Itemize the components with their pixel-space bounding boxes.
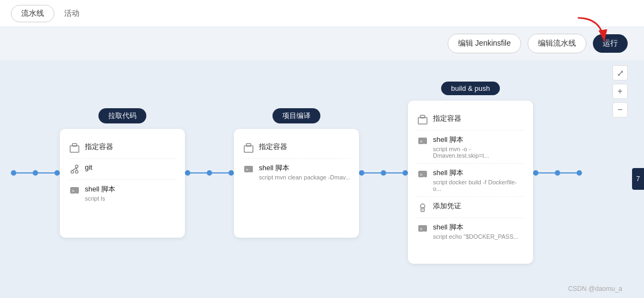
step-container-1-title: 指定容器 (85, 142, 176, 152)
dot (533, 170, 538, 176)
line (190, 172, 207, 173)
stage-1-label: 拉取代码 (98, 108, 146, 123)
dot (577, 170, 582, 176)
dot (185, 170, 190, 176)
step-shell-2[interactable]: >_ shell 脚本 script mvn clean package -Dm… (243, 159, 350, 185)
line (212, 172, 228, 173)
red-arrow-annotation (565, 12, 614, 47)
svg-text:>_: >_ (420, 139, 425, 144)
svg-line-7 (72, 167, 77, 170)
stage-3-label: build & push (441, 82, 500, 95)
step-shell-3b-title: shell 脚本 (433, 168, 524, 178)
step-shell-3c-title: shell 脚本 (433, 222, 524, 232)
connector-3-4 (533, 170, 582, 176)
expand-button[interactable]: ⤢ (612, 65, 628, 80)
stage-2: 项目编译 指定容器 (234, 108, 359, 238)
step-container-3[interactable]: 指定容器 (417, 109, 524, 131)
container-icon-3 (417, 114, 429, 126)
step-credential[interactable]: 添加凭证 (417, 197, 524, 218)
toolbar: 编辑 Jenkinsfile 编辑流水线 运行 (0, 27, 644, 60)
connector-left (11, 170, 60, 176)
credential-icon (417, 201, 429, 213)
stage-1: 拉取代码 指定容器 (60, 108, 185, 238)
step-shell-3a-sub: script mvn -o -Dmaven.test.skip=t... (433, 146, 524, 159)
step-container-2[interactable]: 指定容器 (243, 138, 350, 159)
zoom-out-button[interactable]: − (612, 102, 628, 117)
svg-text:>_: >_ (420, 227, 425, 232)
svg-rect-11 (246, 144, 251, 146)
shell-icon-3c: >_ (417, 222, 429, 234)
step-shell-3b-content: shell 脚本 script docker build -f Dockerfi… (433, 168, 524, 192)
step-shell-3c[interactable]: >_ shell 脚本 script echo "$DOCKER_PASS... (417, 218, 524, 244)
stage-2-card: 指定容器 >_ shell 脚本 script mvn clean packag… (234, 129, 359, 238)
svg-rect-10 (244, 146, 253, 152)
svg-point-3 (76, 165, 78, 167)
edit-jenkinsfile-button[interactable]: 编辑 Jenkinsfile (448, 34, 521, 53)
step-credential-title: 添加凭证 (433, 201, 524, 211)
step-shell-3b[interactable]: >_ shell 脚本 script docker build -f Docke… (417, 164, 524, 197)
dot (33, 170, 38, 176)
stage-3-card: 指定容器 >_ shell 脚本 script mvn -o -Dmaven.t… (408, 101, 533, 264)
dot (207, 170, 212, 176)
container-icon (69, 142, 81, 154)
shell-icon-3b: >_ (417, 168, 429, 180)
zoom-in-button[interactable]: + (612, 84, 628, 99)
step-container-1-content: 指定容器 (85, 142, 176, 152)
step-shell-3c-sub: script echo "$DOCKER_PASS... (433, 233, 524, 240)
step-shell-3a[interactable]: >_ shell 脚本 script mvn -o -Dmaven.test.s… (417, 131, 524, 164)
step-credential-content: 添加凭证 (433, 201, 524, 211)
step-shell-3c-content: shell 脚本 script echo "$DOCKER_PASS... (433, 222, 524, 240)
step-git-content: git (85, 163, 176, 171)
svg-text:>_: >_ (420, 172, 425, 177)
step-container-1[interactable]: 指定容器 (69, 138, 176, 159)
git-icon (69, 163, 81, 175)
nav-tab-pipeline[interactable]: 流水线 (11, 5, 54, 22)
line (364, 172, 381, 173)
view-controls: ⤢ + − (612, 65, 628, 117)
top-nav: 流水线 活动 (0, 0, 644, 27)
dot (228, 170, 234, 176)
stage-1-card: 指定容器 git (60, 129, 185, 238)
connector-2-3 (359, 170, 408, 176)
container-icon-2 (243, 142, 255, 154)
stage-3: build & push 指定容器 (408, 82, 533, 264)
step-shell-3a-title: shell 脚本 (433, 135, 524, 145)
step-shell-1[interactable]: >_ shell 脚本 script ls (69, 180, 176, 206)
line (38, 172, 54, 173)
dot (381, 170, 386, 176)
step-container-3-title: 指定容器 (433, 114, 524, 123)
watermark: CSDN @daomu_a (568, 285, 622, 293)
line (16, 172, 33, 173)
shell-icon-2: >_ (243, 163, 255, 175)
pipeline-area: ⤢ + − 拉取代码 (0, 60, 644, 298)
step-git-title: git (85, 163, 176, 171)
step-container-2-title: 指定容器 (259, 142, 350, 152)
svg-rect-15 (420, 115, 425, 118)
dot (54, 170, 60, 176)
shell-icon-1: >_ (69, 184, 81, 196)
nav-tab-activity[interactable]: 活动 (54, 5, 89, 22)
pipeline-stages: 拉取代码 指定容器 (11, 82, 633, 264)
step-git[interactable]: git (69, 159, 176, 180)
line (386, 172, 403, 173)
dot (11, 170, 16, 176)
dot (403, 170, 408, 176)
dot (359, 170, 364, 176)
side-tab[interactable]: 7 (632, 168, 644, 190)
line (560, 172, 577, 173)
connector-1-2 (185, 170, 234, 176)
step-shell-1-sub: script ls (85, 195, 176, 202)
step-container-2-content: 指定容器 (259, 142, 350, 152)
step-shell-1-title: shell 脚本 (85, 184, 176, 194)
stage-2-label: 项目编译 (273, 108, 320, 123)
step-container-3-content: 指定容器 (433, 114, 524, 123)
shell-icon-3a: >_ (417, 135, 429, 147)
svg-point-4 (71, 170, 74, 173)
svg-point-22 (422, 209, 423, 210)
step-shell-3a-content: shell 脚本 script mvn -o -Dmaven.test.skip… (433, 135, 524, 159)
step-shell-2-sub: script mvn clean package -Dmav... (259, 174, 350, 181)
svg-rect-1 (70, 146, 79, 152)
step-shell-1-content: shell 脚本 script ls (85, 184, 176, 202)
step-shell-2-title: shell 脚本 (259, 163, 350, 173)
step-shell-2-content: shell 脚本 script mvn clean package -Dmav.… (259, 163, 350, 181)
